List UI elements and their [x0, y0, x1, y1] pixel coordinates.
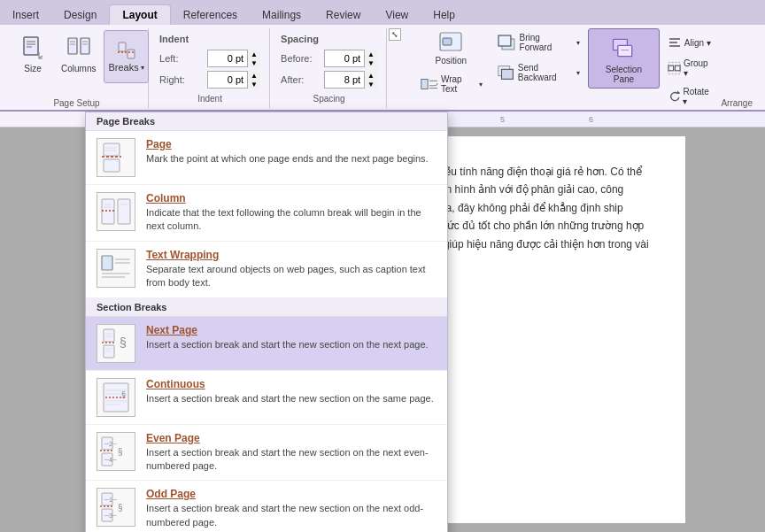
- svg-text:§: §: [118, 503, 123, 513]
- bring-forward-button[interactable]: Bring Forward ▾: [491, 28, 586, 57]
- column-item-title: Column: [146, 192, 437, 204]
- spacing-after-input[interactable]: 8 pt ▲ ▼: [324, 71, 377, 89]
- selection-pane-button[interactable]: Selection Pane: [588, 28, 660, 89]
- align-button[interactable]: Align ▾: [661, 32, 720, 53]
- text-wrapping-item-title: Text Wrapping: [146, 249, 437, 261]
- page-breaks-header: Page Breaks: [86, 112, 447, 131]
- app-container: Insert Design Layout References Mailings…: [0, 0, 765, 532]
- wrap-text-icon: [420, 73, 439, 95]
- group-icon: [668, 61, 681, 75]
- breaks-dropdown: Page Breaks Page Mark the point at which…: [85, 112, 448, 532]
- dropdown-item-column[interactable]: Column Indicate that the text following …: [86, 185, 447, 242]
- dropdown-item-page[interactable]: Page Mark the point at which one page en…: [86, 131, 447, 185]
- spacing-before-up[interactable]: ▲: [365, 50, 377, 58]
- even-page-item-desc: Insert a section break and start the new…: [146, 446, 437, 474]
- dropdown-item-text-wrapping[interactable]: Text Wrapping Separate text around objec…: [86, 242, 447, 298]
- spacing-before-row: Before: 0 pt ▲ ▼: [281, 50, 377, 67]
- svg-rect-11: [128, 50, 135, 58]
- group-button[interactable]: Group ▾: [661, 55, 720, 81]
- ribbon: Size Columns: [0, 25, 765, 112]
- indent-right-row: Right: 0 pt ▲ ▼: [159, 71, 260, 89]
- continuous-item-title: Continuous: [146, 378, 437, 390]
- tab-insert[interactable]: Insert: [0, 5, 51, 25]
- next-page-icon: §: [97, 324, 135, 363]
- column-item-desc: Indicate that the text following the col…: [146, 206, 437, 234]
- wrap-text-label: Wrap Text: [441, 74, 477, 94]
- svg-text:§: §: [121, 390, 126, 399]
- ruler-mark-6: 6: [589, 115, 593, 124]
- spacing-after-up[interactable]: ▲: [365, 71, 377, 80]
- size-button[interactable]: Size: [12, 30, 53, 77]
- expand-indicator[interactable]: ⤡: [389, 28, 405, 57]
- svg-rect-4: [68, 38, 77, 54]
- page-setup-group: Size Columns: [5, 28, 149, 108]
- tab-layout[interactable]: Layout: [109, 4, 170, 25]
- columns-icon: [65, 34, 93, 62]
- indent-right-input[interactable]: 0 pt ▲ ▼: [207, 71, 260, 89]
- column-item-text: Column Indicate that the text following …: [146, 192, 437, 234]
- svg-rect-10: [119, 42, 126, 51]
- odd-page-item-text: Odd Page Insert a section break and star…: [146, 488, 437, 529]
- page-item-desc: Mark the point at which one page ends an…: [146, 152, 437, 166]
- tab-design[interactable]: Design: [51, 5, 109, 25]
- tab-mailings[interactable]: Mailings: [250, 5, 313, 25]
- arrange-group: Position Wrap Text ▾: [406, 28, 760, 108]
- bring-forward-icon: [497, 32, 518, 53]
- text-wrap-icon: [97, 249, 135, 288]
- indent-left-up[interactable]: ▲: [248, 50, 260, 58]
- arrange-buttons-mid: Bring Forward ▾ Send Backward ▾: [491, 28, 586, 87]
- arrange-label: Arrange: [721, 96, 753, 108]
- text-wrapping-item-text: Text Wrapping Separate text around objec…: [146, 249, 437, 290]
- even-page-item-text: Even Page Insert a section break and sta…: [146, 432, 437, 474]
- wrap-text-button[interactable]: Wrap Text ▾: [413, 70, 489, 98]
- position-button[interactable]: Position: [430, 28, 473, 68]
- columns-label: Columns: [61, 64, 96, 73]
- send-backward-button[interactable]: Send Backward ▾: [491, 58, 586, 87]
- bring-forward-label: Bring Forward: [520, 33, 575, 52]
- page-setup-label: Page Setup: [53, 96, 99, 108]
- size-icon: [19, 34, 47, 62]
- ruler-mark-5: 5: [500, 115, 505, 124]
- spacing-after-down[interactable]: ▼: [365, 80, 377, 89]
- dropdown-item-even-page[interactable]: ─2─ ─4─ § Even Page Insert a section bre…: [86, 425, 447, 482]
- spacing-label-bottom: Spacing: [313, 92, 344, 104]
- even-page-icon: ─2─ ─4─ §: [97, 432, 135, 471]
- svg-rect-15: [421, 80, 428, 89]
- dropdown-item-odd-page[interactable]: ─1─ ─3─ § Odd Page Insert a section brea…: [86, 481, 447, 532]
- tab-review[interactable]: Review: [313, 5, 373, 25]
- dropdown-item-next-page[interactable]: § Next Page Insert a section break and s…: [86, 317, 447, 371]
- page-setup-buttons: Size Columns: [12, 28, 149, 96]
- breaks-button[interactable]: Breaks ▾: [104, 30, 148, 83]
- svg-rect-47: [104, 329, 114, 342]
- rotate-button[interactable]: Rotate ▾: [661, 83, 720, 110]
- svg-rect-28: [668, 66, 674, 71]
- dropdown-item-continuous[interactable]: § Continuous Insert a section break and …: [86, 371, 447, 425]
- tab-help[interactable]: Help: [421, 5, 468, 25]
- svg-rect-32: [104, 159, 120, 172]
- selection-pane-label: Selection Pane: [596, 65, 652, 84]
- indent-header: Indent: [159, 34, 189, 44]
- spacing-before-down[interactable]: ▼: [365, 58, 377, 67]
- indent-right-up[interactable]: ▲: [248, 71, 260, 80]
- svg-rect-36: [102, 199, 114, 224]
- tab-references[interactable]: References: [171, 5, 250, 25]
- odd-page-item-title: Odd Page: [146, 488, 437, 500]
- tab-view[interactable]: View: [373, 5, 421, 25]
- svg-text:§: §: [120, 335, 127, 350]
- expand-icon[interactable]: ⤡: [389, 28, 401, 41]
- position-label: Position: [436, 56, 468, 66]
- spacing-header: Spacing: [281, 34, 319, 44]
- position-main[interactable]: Position: [430, 28, 473, 68]
- align-group-rotate: Align ▾ Group ▾ Rotate ▾: [661, 28, 720, 110]
- svg-rect-5: [81, 38, 89, 54]
- indent-left-down[interactable]: ▼: [248, 58, 260, 67]
- continuous-item-desc: Insert a section break and start the new…: [146, 392, 437, 405]
- svg-text:─1─: ─1─: [104, 497, 117, 503]
- indent-left-input[interactable]: 0 pt ▲ ▼: [207, 50, 260, 67]
- indent-right-down[interactable]: ▼: [248, 80, 260, 89]
- continuous-item-text: Continuous Insert a section break and st…: [146, 378, 437, 405]
- spacing-before-input[interactable]: 0 pt ▲ ▼: [324, 50, 377, 67]
- spacing-group: Spacing Before: 0 pt ▲ ▼ After: 8 pt ▲: [272, 28, 387, 108]
- svg-text:─3─: ─3─: [104, 513, 117, 519]
- columns-button[interactable]: Columns: [55, 30, 102, 77]
